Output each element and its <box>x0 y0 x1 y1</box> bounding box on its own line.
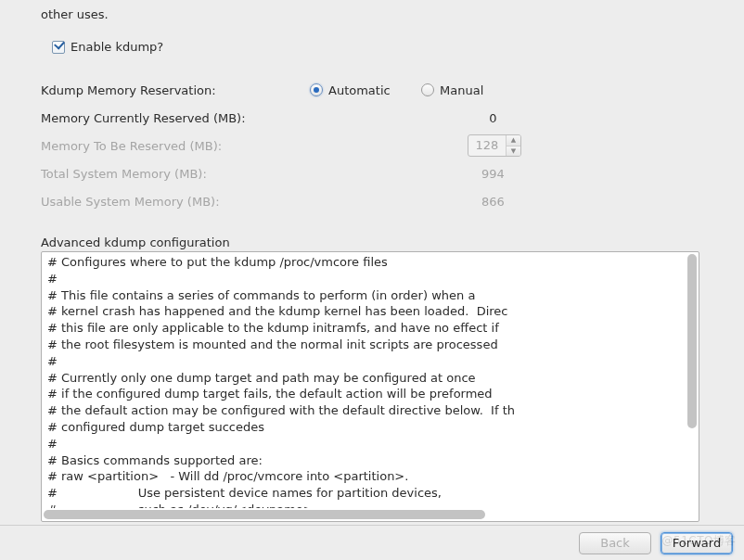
enable-kdump-checkbox[interactable] <box>52 41 65 54</box>
memory-to-be-reserved-label: Memory To Be Reserved (MB): <box>41 139 310 153</box>
spin-up-icon: ▲ <box>507 135 520 146</box>
memory-to-be-reserved-value: 128 <box>468 135 506 156</box>
total-system-memory-label: Total System Memory (MB): <box>41 167 310 181</box>
radio-manual[interactable] <box>421 83 434 96</box>
back-button: Back <box>579 532 651 554</box>
footer-bar: Back Forward <box>0 525 744 560</box>
memory-currently-reserved-value: 0 <box>468 111 519 125</box>
reservation-controls: Automatic <box>310 83 421 97</box>
reservation-manual-col: Manual <box>421 83 523 97</box>
usable-system-memory-row: Usable System Memory (MB): 866 <box>41 187 703 215</box>
memory-reservation-row: Kdump Memory Reservation: Automatic Manu… <box>41 76 703 104</box>
advanced-config-title: Advanced kdump configuration <box>41 235 703 249</box>
enable-kdump-row: Enable kdump? <box>52 40 703 54</box>
total-system-memory-value: 994 <box>468 167 519 181</box>
vertical-scrollbar[interactable] <box>687 254 697 508</box>
memory-currently-reserved-label: Memory Currently Reserved (MB): <box>41 111 310 125</box>
radio-manual-label: Manual <box>440 83 483 97</box>
memory-to-be-reserved-row: Memory To Be Reserved (MB): 128 ▲ ▼ <box>41 132 703 159</box>
horizontal-scrollbar[interactable] <box>44 510 686 519</box>
forward-button[interactable]: Forward <box>661 532 733 554</box>
horizontal-scroll-thumb[interactable] <box>44 510 485 519</box>
memory-to-be-reserved-spinbox: 128 ▲ ▼ <box>468 134 521 157</box>
radio-automatic[interactable] <box>310 83 323 96</box>
kdump-config-page: other uses. Enable kdump? Kdump Memory R… <box>0 0 744 560</box>
content-area: other uses. Enable kdump? Kdump Memory R… <box>0 0 744 522</box>
vertical-scroll-thumb[interactable] <box>687 254 697 428</box>
intro-text-fragment: other uses. <box>41 7 703 21</box>
spin-buttons: ▲ ▼ <box>506 135 520 156</box>
memory-reservation-label: Kdump Memory Reservation: <box>41 83 310 97</box>
advanced-config-textarea[interactable]: # Configures where to put the kdump /pro… <box>41 251 699 522</box>
memory-currently-reserved-row: Memory Currently Reserved (MB): 0 <box>41 104 703 132</box>
usable-system-memory-label: Usable System Memory (MB): <box>41 195 310 209</box>
advanced-config-text[interactable]: # Configures where to put the kdump /pro… <box>47 254 686 508</box>
usable-system-memory-value: 866 <box>468 195 519 209</box>
radio-automatic-label: Automatic <box>328 83 391 97</box>
memory-to-be-reserved-control: 128 ▲ ▼ <box>468 134 521 157</box>
enable-kdump-label: Enable kdump? <box>71 40 163 54</box>
spin-down-icon: ▼ <box>507 146 520 157</box>
total-system-memory-row: Total System Memory (MB): 994 <box>41 159 703 187</box>
